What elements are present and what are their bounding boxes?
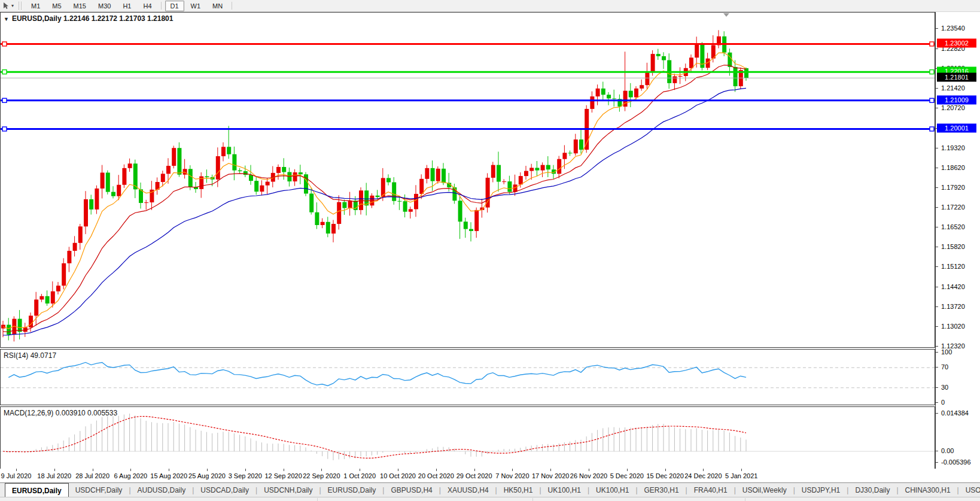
price-tick-label: 1.15820 [941, 243, 965, 250]
price-level-tag[interactable]: 1.23002 [937, 39, 976, 48]
price-tick-mark [936, 346, 938, 347]
chart-tab-usdcad-daily[interactable]: USDCAD,Daily [194, 483, 255, 497]
timeframe-button-m15[interactable]: M15 [68, 1, 92, 11]
chart-tab-uk100-h1[interactable]: UK100,H1 [541, 483, 588, 497]
price-tick-label: 1.23540 [941, 25, 965, 32]
toolbar-separator [161, 2, 162, 10]
rsi-tick-mark [936, 352, 938, 353]
price-tick-mark [936, 108, 938, 108]
chart-tab-china300-h1[interactable]: CHINA300,H1 [899, 483, 957, 497]
chart-title: ▼EURUSD,Daily 1.22146 1.22172 1.21703 1.… [4, 14, 173, 23]
date-tick-mark [130, 469, 131, 471]
timeframe-button-m5[interactable]: M5 [47, 1, 66, 11]
price-tick-label: 1.15120 [941, 263, 965, 270]
price-tick-label: 1.14420 [941, 283, 965, 290]
date-tick-mark [245, 469, 246, 471]
status-strip-divider [532, 498, 533, 501]
price-tick-mark [936, 48, 938, 49]
toolbar-grip [19, 2, 22, 10]
price-axis[interactable]: 1.235401.228201.221201.214201.207201.200… [935, 12, 980, 469]
timeframe-button-h1[interactable]: H1 [117, 1, 136, 11]
status-strip-divider [317, 498, 318, 501]
symbol-dropdown-icon[interactable]: ▼ [4, 16, 9, 22]
price-tick-label: 1.13720 [941, 303, 965, 310]
chart-tab-fra40-h1[interactable]: FRA40,H1 [687, 483, 734, 497]
price-tick-mark [936, 326, 938, 327]
date-tick-label: 6 Aug 2020 [114, 472, 148, 479]
rsi-tick-label: 30 [941, 384, 948, 391]
timeframe-button-m1[interactable]: M1 [26, 1, 45, 11]
price-tick-mark [936, 168, 938, 168]
date-tick-label: 20 Oct 2020 [418, 472, 454, 479]
date-tick-mark [436, 469, 437, 471]
cursor-tool-button[interactable]: ▾ [0, 2, 16, 10]
date-tick-label: 24 Dec 2020 [684, 472, 722, 479]
date-tick-label: 17 Nov 2020 [532, 472, 569, 479]
date-tick-label: 5 Jan 2021 [725, 472, 757, 479]
rsi-tick-mark [936, 402, 938, 403]
macd-indicator-pane[interactable]: MACD(12,26,9) 0.003910 0.005533 [0, 406, 935, 469]
timeframe-button-mn[interactable]: MN [207, 1, 228, 11]
date-tick-mark [54, 469, 55, 471]
date-tick-mark [474, 469, 475, 471]
mt4-chart-window: { "toolbar": { "icon": "crosshair-cursor… [0, 0, 980, 501]
macd-tick-label: 0.014384 [941, 409, 969, 417]
chart-tab-eurusd-daily[interactable]: EURUSD,Daily [321, 483, 383, 497]
rsi-plot [1, 350, 935, 405]
crosshair-cursor-icon [2, 2, 10, 10]
price-tick-mark [936, 187, 938, 188]
status-strip-divider [745, 498, 745, 501]
price-level-tag[interactable]: 1.21009 [937, 95, 976, 104]
price-tick-mark [936, 306, 938, 307]
chart-tab-usoil-[interactable]: USOil, [959, 483, 980, 497]
date-tick-mark [741, 469, 742, 471]
timeframe-button-h4[interactable]: H4 [138, 1, 157, 11]
date-tick-label: 12 Sep 2020 [264, 472, 302, 479]
candlestick-plot[interactable] [1, 13, 935, 347]
date-tick-label: 7 Nov 2020 [495, 472, 529, 479]
toolbar-separator [232, 2, 232, 10]
main-chart-pane[interactable]: ▼EURUSD,Daily 1.22146 1.22172 1.21703 1.… [0, 12, 935, 348]
chart-tab-usdjpy-h1[interactable]: USDJPY,H1 [795, 483, 847, 497]
chart-tab-usdchf-daily[interactable]: USDCHF,Daily [69, 483, 129, 497]
macd-tick-label: 0.00 [941, 447, 954, 454]
price-tick-label: 1.21420 [941, 84, 965, 92]
price-tick-mark [936, 148, 938, 148]
rsi-label: RSI(14) 49.0717 [4, 351, 56, 360]
chart-tab-audusd-daily[interactable]: AUDUSD,Daily [131, 483, 193, 497]
price-tick-label: 1.17220 [941, 204, 965, 211]
chart-tab-usoil-weekly[interactable]: USOil,Weekly [736, 483, 793, 497]
date-tick-mark [284, 469, 284, 471]
top-toolbar: ▾ M1M5M15M30H1H4D1W1MN [0, 0, 980, 12]
date-tick-mark [16, 469, 17, 471]
price-level-tag[interactable]: 1.20001 [937, 124, 976, 133]
price-tick-mark [936, 28, 938, 29]
chart-tab-dj30-daily[interactable]: DJ30,Daily [848, 483, 896, 497]
date-tick-label: 5 Dec 2020 [610, 472, 644, 479]
chart-shift-marker-icon[interactable] [723, 13, 729, 17]
price-level-tag[interactable]: 1.21801 [937, 73, 976, 82]
chart-tab-uk100-h1[interactable]: UK100,H1 [589, 483, 635, 497]
chart-tab-ger30-h1[interactable]: GER30,H1 [638, 483, 686, 497]
date-tick-label: 1 Oct 2020 [343, 472, 376, 479]
chart-tab-usdcnh-daily[interactable]: USDCNH,Daily [257, 483, 319, 497]
timeframe-button-m30[interactable]: M30 [93, 1, 116, 11]
date-tick-mark [703, 469, 704, 471]
price-tick-mark [936, 227, 938, 227]
date-axis[interactable]: 9 Jul 202018 Jul 202028 Jul 20206 Aug 20… [0, 469, 935, 482]
timeframe-button-w1[interactable]: W1 [185, 1, 206, 11]
date-tick-mark [169, 469, 169, 471]
chart-tab-gbpusd-h4[interactable]: GBPUSD,H4 [384, 483, 439, 497]
chart-tab-eurusd-daily[interactable]: EURUSD,Daily [5, 483, 69, 497]
macd-tick-mark [936, 451, 938, 451]
rsi-indicator-pane[interactable]: RSI(14) 49.0717 [0, 349, 935, 405]
date-tick-label: 28 Jul 2020 [75, 472, 109, 479]
price-tick-label: 1.16520 [941, 223, 965, 230]
macd-tick-label: -0.005396 [941, 459, 971, 466]
chart-tab-hk50-h1[interactable]: HK50,H1 [497, 483, 540, 497]
macd-tick-mark [936, 462, 938, 463]
date-tick-label: 9 Jul 2020 [1, 472, 32, 479]
date-tick-label: 10 Oct 2020 [380, 472, 416, 479]
chart-tab-xauusd-h4[interactable]: XAUUSD,H4 [441, 483, 495, 497]
timeframe-button-d1[interactable]: D1 [165, 1, 184, 11]
